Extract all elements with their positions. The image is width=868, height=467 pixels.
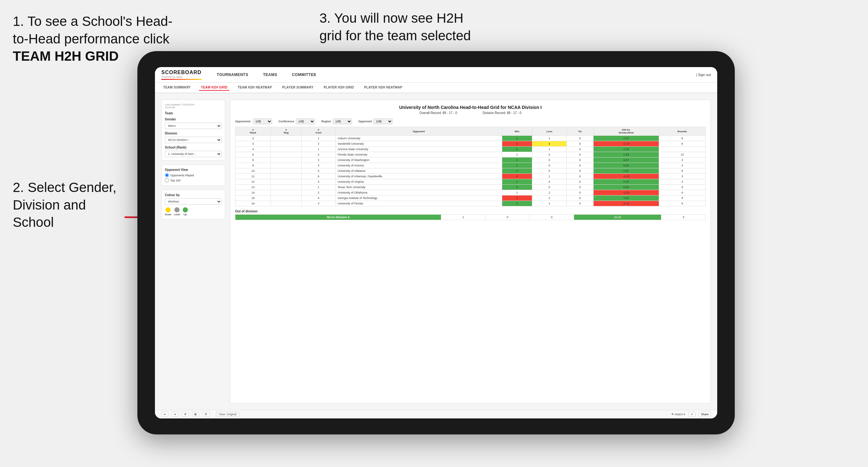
legend-up: Up [183, 207, 188, 216]
radio-opponents-played[interactable]: Opponents Played [165, 173, 222, 177]
cell-reg [271, 163, 302, 168]
cell-rounds: 2 [659, 163, 705, 168]
cell-diff: -2.29 [593, 141, 659, 147]
view-original: View: Original [216, 412, 239, 417]
out-div-diff: 26.00 [574, 215, 661, 220]
grid-title: University of North Carolina Head-to-Hea… [235, 105, 706, 110]
color-legend: Down Level Up [165, 207, 222, 216]
cell-loss: 1 [532, 195, 567, 201]
region-select[interactable]: (All) [333, 119, 352, 124]
gender-label: Gender [165, 118, 222, 121]
cell-loss: 1 [532, 136, 567, 141]
annotation-step1-line2: to-Head performance click [13, 31, 169, 46]
opponent-select[interactable]: (All) [373, 119, 393, 124]
cell-rank: 4 [236, 147, 271, 152]
opponents-select[interactable]: (All) [253, 119, 272, 124]
clock-button[interactable]: ⏱ [202, 412, 210, 417]
refresh-button[interactable]: ↺ [182, 412, 189, 417]
out-div-tie: 0 [530, 215, 574, 220]
col-diff: Diff AvStrokes/Rnd [593, 127, 659, 136]
col-win: Win [502, 127, 532, 136]
cell-opponent: Texas Tech University [336, 185, 502, 190]
cell-rank: 13 [236, 185, 271, 190]
cell-reg [271, 168, 302, 174]
cell-diff: 4.50 [593, 195, 659, 201]
logo-bar [161, 79, 202, 80]
cell-conf: 1 [302, 147, 336, 152]
grid-records: Overall Record: 89 - 17 - 0 Division Rec… [235, 111, 706, 115]
annotation-step2-line2: Division and [13, 197, 86, 212]
cell-tie: 0 [567, 141, 593, 147]
cell-diff: -4.33 [593, 174, 659, 179]
cell-conf: 5 [302, 168, 336, 174]
legend-down: Down [165, 207, 171, 216]
cell-win: 0 [502, 195, 532, 201]
school-select[interactable]: 1. University of Nort... [165, 151, 222, 157]
cell-opponent: Georgia Institute of Technology [336, 195, 502, 201]
cell-win: 3 [502, 168, 532, 174]
cell-win: 3 [502, 201, 532, 206]
share-button[interactable]: Share [699, 412, 711, 417]
nav-committee[interactable]: COMMITTEE [289, 71, 319, 78]
colour-by-select[interactable]: Win/loss [165, 198, 222, 205]
table-row: 9 3 University of Arizona 1 0 0 9.00 2 [236, 163, 706, 168]
annotation-step2: 2. Select Gender, Division and School [13, 179, 147, 231]
sub-nav-player-h2h-heatmap[interactable]: PLAYER H2H HEATMAP [362, 85, 404, 91]
sub-nav-team-h2h-grid[interactable]: TEAM H2H GRID [199, 85, 229, 91]
cell-loss: 0 [532, 179, 567, 185]
annotation-step3-line2: grid for the team selected [319, 28, 471, 43]
cell-reg [271, 147, 302, 152]
cell-win: 3 [502, 185, 532, 190]
sub-nav-player-h2h-grid[interactable]: PLAYER H2H GRID [322, 85, 356, 91]
undo-button[interactable]: ↩ [161, 412, 168, 417]
expand-button[interactable]: ⤢ [688, 412, 695, 417]
col-opponent: Opponent [336, 127, 502, 136]
cell-opponent: Vanderbilt University [336, 141, 502, 147]
cell-diff: 2.33 [593, 179, 659, 185]
conference-select[interactable]: (All) [296, 119, 315, 124]
radio-top-100[interactable]: Top 100 [165, 178, 222, 182]
cell-rank: 6 [236, 152, 271, 157]
col-rank: #Rank [236, 127, 271, 136]
col-tie: Tie [567, 127, 593, 136]
legend-up-circle [183, 207, 188, 212]
cell-tie: 0 [567, 174, 593, 179]
overall-record: Overall Record: 89 - 17 - 0 [420, 111, 457, 115]
cell-rank: 10 [236, 168, 271, 174]
col-rounds: Rounds [659, 127, 705, 136]
top-nav: SCOREBOARD Powered by clippd TOURNAMENTS… [155, 67, 717, 83]
cell-rounds: 9 [659, 190, 705, 195]
cell-tie: 0 [567, 157, 593, 163]
cell-opponent: University of Arkansas, Fayetteville [336, 174, 502, 179]
cell-rounds: 3 [659, 179, 705, 185]
main-content: Last Updated: 27/03/2024 16:55:38 Team G… [155, 93, 717, 410]
sub-nav-player-summary[interactable]: PLAYER SUMMARY [280, 85, 315, 91]
cell-reg [271, 174, 302, 179]
watch-button[interactable]: 👁 Watch ▾ [671, 413, 685, 416]
cell-rounds: 8 [659, 141, 705, 147]
opponent-filter: Opponent (All) [359, 119, 393, 124]
table-row: 13 1 Texas Tech University 3 0 0 5.56 9 [236, 185, 706, 190]
cell-diff: -6.42 [593, 201, 659, 206]
division-select[interactable]: NCAA Division I [165, 137, 222, 143]
sub-nav-team-summary[interactable]: TEAM SUMMARY [161, 85, 193, 91]
out-div-loss: 0 [485, 215, 530, 220]
cell-reg [271, 141, 302, 147]
cell-tie: 0 [567, 195, 593, 201]
col-loss: Loss [532, 127, 567, 136]
copy-button[interactable]: ⊞ [192, 412, 199, 417]
sign-out-link[interactable]: | Sign out [696, 73, 711, 77]
sub-nav-team-h2h-heatmap[interactable]: TEAM H2H HEATMAP [236, 85, 274, 91]
nav-tournaments[interactable]: TOURNAMENTS [214, 71, 251, 78]
out-div-win: 1 [441, 215, 486, 220]
annotation-step1-line1: 1. To see a School's Head- [13, 14, 173, 29]
table-row: 2 1 Auburn University 2 1 0 1.67 9 [236, 136, 706, 141]
legend-level-circle [175, 207, 180, 212]
cell-conf: 3 [302, 163, 336, 168]
redo-button[interactable]: ↪ [172, 412, 179, 417]
cell-opponent: Auburn University [336, 136, 502, 141]
cell-conf: 2 [302, 141, 336, 147]
gender-select[interactable]: Men's [165, 123, 222, 129]
nav-teams[interactable]: TEAMS [260, 71, 280, 78]
radio-group: Opponents Played Top 100 [165, 173, 222, 182]
